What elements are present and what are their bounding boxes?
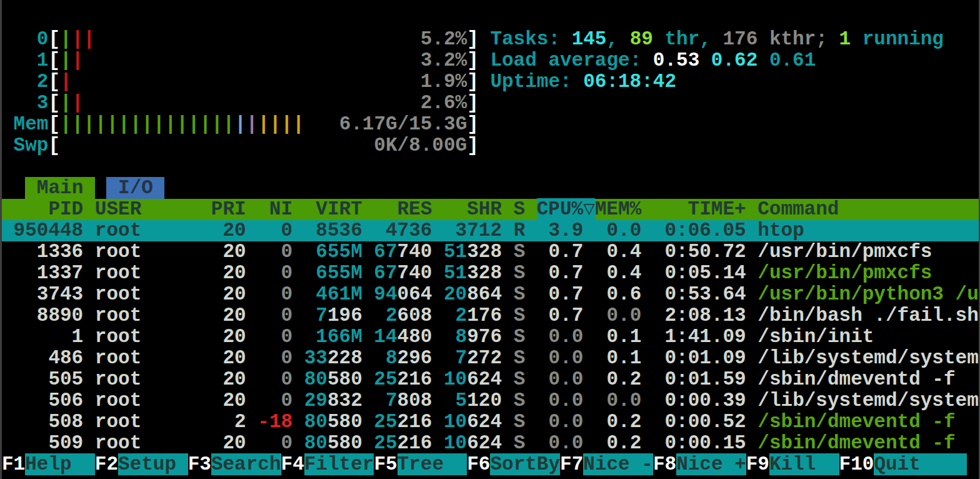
f1-help-button[interactable]: F1Help [2,453,95,475]
f3-search-button[interactable]: F3Search [188,453,281,475]
spacer [292,432,304,454]
f4-filter-button[interactable]: F4Filter [281,453,374,475]
spacer [432,219,455,241]
meter-bar: | [258,113,269,135]
spacer [362,262,374,284]
res-cell: 808 [398,390,432,411]
spacer [83,219,95,241]
spacer [83,432,95,454]
process-table-header[interactable]: PID USER PRI NI VIRT RES SHR S CPU%▽MEM%… [2,199,979,220]
process-row-486[interactable]: 486 root 20 0 33228 8296 7272 S 0.0 0.1 … [2,348,979,369]
spacer [432,326,455,348]
F4-action-label: Filter [304,453,374,475]
cpu-meter-3-value: 2.6% [421,92,467,114]
virt-cell: 655M [316,241,362,263]
process-row-1[interactable]: 1 root 20 0 166M 14480 8976 S 0.0 0.1 1:… [2,326,979,348]
meter-open-bracket: [ [48,28,60,50]
blank-row [2,8,979,29]
f9-kill-button[interactable]: F9Kill [746,453,839,475]
virt-cell: 832 [328,390,362,411]
virt-cell: 196 [328,305,362,326]
sort-column-cpu[interactable]: CPU%▽ [537,198,595,220]
meter-close-bracket: ] [467,28,479,50]
time-cell: 1:41.09 [641,326,746,348]
cpu-meter-0-label: 0 [2,28,48,50]
res-cell: 216 [398,411,432,433]
pri-cell: 20 [199,326,258,348]
process-row-505[interactable]: 505 root 20 0 80580 25216 10624 S 0.0 0.… [2,369,979,390]
cpu-meter-0: 0[||| 5.2%] Tasks: 145, 89 thr, 176 kthr… [2,29,979,50]
meter-bar: | [60,28,72,50]
meter-open-bracket: [ [48,113,60,135]
process-row-950448[interactable]: 950448 root 20 0 8536 4736 3712 R 3.9 0.… [2,220,979,241]
spacer [502,283,514,305]
time-cell: 0:05.14 [641,262,746,284]
state-cell: S [514,390,526,411]
uptime-part: Uptime: [490,71,583,93]
cpu-cell: 0.0 [525,390,583,411]
mem-cell: 0.6 [583,283,641,305]
f7-nice--button[interactable]: F7Nice - [560,453,653,475]
res-cell: 94 [374,283,397,305]
spacer [292,326,316,348]
process-row-506[interactable]: 506 root 20 0 29832 7808 5120 S 0.0 0.0 … [2,390,979,411]
process-row-1336[interactable]: 1336 root 20 0 655M 67740 51328 S 0.7 0.… [2,241,979,263]
state-cell: S [514,262,526,284]
shr-cell: 10 [444,432,467,454]
F8-key-label: F8 [653,453,676,475]
res-cell: 25 [374,432,397,454]
spacer [746,283,758,305]
spacer [83,411,95,433]
f6-sortby-button[interactable]: F6SortBy [467,453,560,475]
res-cell: 740 [398,241,432,263]
tasks-summary: Tasks: 145, 89 thr, 176 kthr; 1 running [490,28,944,50]
shr-cell: 176 [467,305,502,326]
spacer [83,49,421,71]
process-row-508[interactable]: 508 root 2 -18 80580 25216 10624 S 0.0 0… [2,411,979,433]
spacer [304,113,339,135]
nice-cell: 0 [258,390,292,411]
meter-bar: | [292,113,304,135]
user-cell: root [95,219,199,241]
tab-io[interactable]: I/O [106,177,164,199]
pid-cell: 1337 [2,262,83,284]
cpu-cell: 3.9 [525,219,583,241]
blank-row [2,156,979,178]
column-headers-left: PID USER PRI NI VIRT RES SHR S [2,198,537,220]
f2-setup-button[interactable]: F2Setup [95,453,188,475]
command-cell: /usr/bin/python3 /u [758,283,978,305]
spacer [292,283,316,305]
spacer [362,283,374,305]
load-average-part: 0.62 [711,49,769,71]
process-row-3743[interactable]: 3743 root 20 0 461M 94064 20864 S 0.7 0.… [2,284,979,305]
nice-cell: 0 [258,241,292,263]
nice-cell: 0 [258,219,292,241]
shr-cell: 51 [444,241,467,263]
tab-main[interactable]: Main [25,177,95,199]
spacer [502,368,514,390]
f10-quit-button[interactable]: F10Quit [839,453,968,475]
cpu-cell: 0.0 [525,326,583,348]
mem-cell: 0.0 [583,305,641,326]
shr-cell: 2 [456,305,468,326]
user-cell: root [95,305,199,326]
tasks-summary-part: 145 [572,28,607,50]
shr-cell: 120 [467,390,502,411]
pid-cell: 8890 [2,305,83,326]
f5-tree-button[interactable]: F5Tree [374,453,467,475]
time-cell: 2:08.13 [641,305,746,326]
F5-key-label: F5 [374,453,397,475]
process-row-1337[interactable]: 1337 root 20 0 655M 67740 51328 S 0.7 0.… [2,263,979,284]
spacer [746,241,758,263]
spacer [432,347,455,369]
spacer [60,134,374,156]
meter-close-bracket: ] [467,71,479,93]
spacer [746,219,758,241]
process-row-8890[interactable]: 8890 root 20 0 7196 2608 2176 S 0.7 0.0 … [2,305,979,326]
F6-key-label: F6 [467,453,490,475]
spacer [83,390,95,411]
spacer [746,262,758,284]
process-row-509[interactable]: 509 root 20 0 80580 25216 10624 S 0.0 0.… [2,433,979,454]
f8-nice+-button[interactable]: F8Nice + [653,453,746,475]
cpu-meter-1-label: 1 [2,49,48,71]
